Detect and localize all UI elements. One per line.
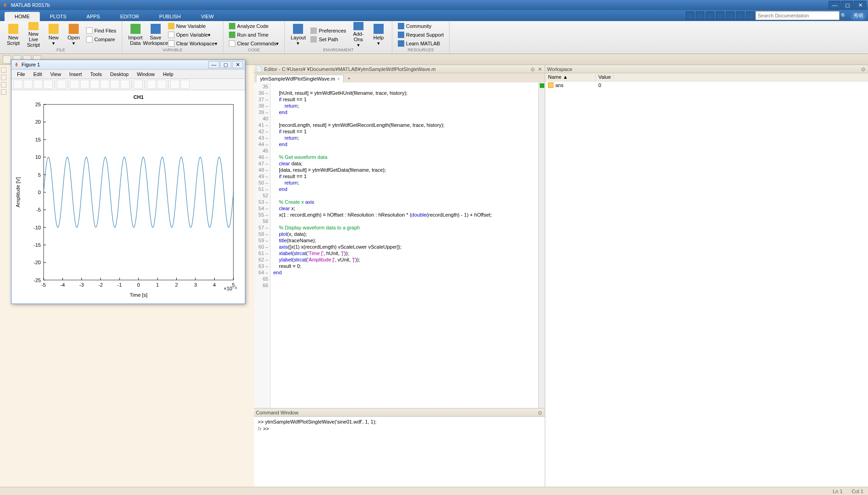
run-and-time-button[interactable]: Run and Time [227,31,281,39]
legend-icon[interactable] [157,80,166,89]
group-label: CODE [227,48,281,53]
group-label: FILE [4,48,118,53]
data-cursor-icon[interactable] [110,80,119,89]
fig-close-button[interactable]: ✕ [232,61,243,68]
set-path-button[interactable]: Set Path [309,35,347,44]
show-tools-icon[interactable] [180,80,190,89]
quick-icon[interactable] [736,11,744,20]
tab-close-icon[interactable]: × [337,76,340,82]
community-button[interactable]: Community [396,22,446,30]
dock-icon[interactable] [1,89,6,95]
panel-actions-icon[interactable]: ⊙ [860,66,866,72]
figure-menu-file[interactable]: File [13,71,29,78]
plot-area[interactable]: -5-4-3-2-1012345-25-20-15-10-50510152025… [11,90,245,304]
open-variable-button[interactable]: Open Variable ▾ [166,31,219,39]
analyze-code-button[interactable]: Analyze Code [227,22,281,30]
panel-actions-icon[interactable]: ⊙ [537,409,543,416]
ribbon-tab-editor[interactable]: EDITOR [110,12,149,21]
editor-tab[interactable]: ytmSampleWdfPlotSingleWave.m× [256,75,344,82]
svg-text:1: 1 [156,282,159,288]
quick-icon[interactable] [716,11,724,20]
user-badge[interactable]: 秀明 [851,11,866,20]
open-icon[interactable] [23,80,33,89]
ribbon-tab-plots[interactable]: PLOTS [40,12,76,21]
new-script-button[interactable]: New Script [4,22,23,48]
ribbon-tab-home[interactable]: HOME [5,12,40,21]
quick-icon[interactable] [686,11,694,20]
figure-menu-window[interactable]: Window [133,71,158,78]
dock-icon[interactable] [1,82,6,87]
open-button[interactable]: Open▾ [64,22,83,48]
link-icon[interactable] [134,80,143,89]
figure-toolbar [11,79,245,90]
quick-icon[interactable] [726,11,734,20]
svg-text:0: 0 [38,190,41,195]
learn-matlab-button[interactable]: Learn MATLAB [396,39,446,48]
maximize-button[interactable]: ▢ [841,1,853,9]
quick-icon[interactable] [746,11,754,20]
zoom-out-icon[interactable] [80,80,89,89]
new-button[interactable]: New▾ [44,22,63,48]
figure-menu-tools[interactable]: Tools [87,71,106,78]
workspace-row[interactable]: ans0 [545,82,868,89]
print-icon[interactable] [43,80,53,89]
import-data-button[interactable]: Import Data [126,22,145,48]
hide-tools-icon[interactable] [170,80,179,89]
minimize-button[interactable]: — [829,1,841,9]
clear-workspace-button[interactable]: Clear Workspace ▾ [166,39,219,48]
layout-button[interactable]: Layout▾ [288,22,308,48]
figure-menu-help[interactable]: Help [159,71,177,78]
save-icon[interactable] [33,80,43,89]
compare-button[interactable]: Compare [84,35,118,44]
svg-text:4: 4 [213,282,216,288]
fig-maximize-button[interactable]: ▢ [220,61,231,68]
ribbon-tab-apps[interactable]: APPS [76,12,110,21]
search-documentation-input[interactable] [755,11,840,20]
panel-close-icon[interactable]: ✕ [537,66,543,72]
save-workspace-button[interactable]: Save Workspace [146,22,165,48]
ribbon-tab-view[interactable]: VIEW [191,12,224,21]
quick-icon[interactable] [706,11,714,20]
quick-icon[interactable] [696,11,704,20]
brush-icon[interactable] [120,80,130,89]
addons-button[interactable]: Add-Ons▾ [349,22,368,48]
col-name[interactable]: Name ▲ [545,73,596,81]
svg-text:-20: -20 [33,260,41,265]
col-value[interactable]: Value [596,73,614,81]
figure-menu-view[interactable]: View [47,71,65,78]
code-editor[interactable]: 3536 –37 –38 –39 –4041 –42 –43 –44 –4546… [254,82,545,408]
find-files-button[interactable]: Find Files [84,27,118,35]
group-label: RESOURCES [396,48,446,53]
figure-titlebar[interactable]: Figure 1 — ▢ ✕ [11,60,245,70]
back-icon[interactable] [3,55,11,64]
help-button[interactable]: Help▾ [369,22,388,48]
variable-icon [548,82,553,88]
pointer-icon[interactable] [57,80,66,89]
request-support-button[interactable]: Request Support [396,31,446,39]
command-window[interactable]: >> ytmSampleWdfPlotSingleWave('sine01.wd… [254,417,545,487]
new-figure-icon[interactable] [13,80,22,89]
workspace-header[interactable]: Name ▲ Value [545,73,868,82]
panel-actions-icon[interactable]: ⊙ [529,66,536,72]
preferences-button[interactable]: Preferences [309,27,347,35]
rotate-icon[interactable] [100,80,109,89]
figure-window: Figure 1 — ▢ ✕ FileEditViewInsertToolsDe… [11,60,245,304]
figure-menu-desktop[interactable]: Desktop [107,71,132,78]
add-tab-button[interactable]: + [345,74,353,82]
close-button[interactable]: ✕ [854,1,866,9]
workspace-body[interactable]: ans0 [545,82,868,487]
colorbar-icon[interactable] [147,80,156,89]
zoom-in-icon[interactable] [70,80,79,89]
fig-minimize-button[interactable]: — [208,61,219,68]
pan-icon[interactable] [90,80,99,89]
figure-menu-edit[interactable]: Edit [30,71,46,78]
new-variable-button[interactable]: New Variable [166,22,219,30]
dock-icon[interactable] [1,75,6,80]
svg-text:CH1: CH1 [134,94,144,100]
dock-icon[interactable] [1,67,6,73]
new-live-script-button[interactable]: New Live Script [24,22,43,48]
ribbon-tab-publish[interactable]: PUBLISH [149,12,191,21]
matlab-logo-icon [2,2,8,8]
clear-commands-button[interactable]: Clear Commands ▾ [227,39,281,48]
figure-menu-insert[interactable]: Insert [65,71,86,78]
